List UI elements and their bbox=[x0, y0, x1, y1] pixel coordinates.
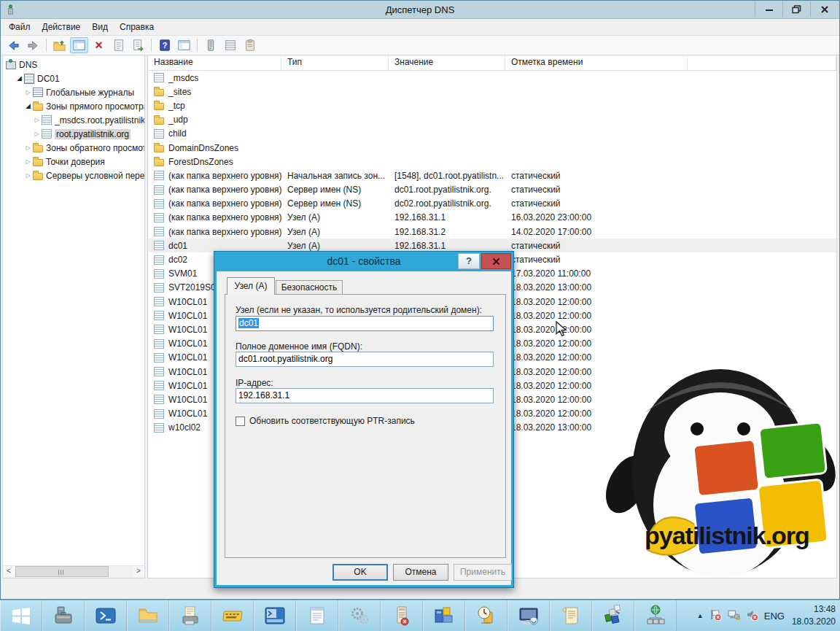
server-manager-icon[interactable] bbox=[42, 600, 85, 631]
event-scroll-icon[interactable] bbox=[550, 600, 592, 631]
tab-page: Узел (если не указан, то используется ро… bbox=[225, 294, 506, 558]
tree-item-серверы-условной-пересылки[interactable]: ▷Серверы условной пересылки bbox=[3, 169, 144, 182]
column-header-4[interactable]: Отметка времени bbox=[505, 55, 688, 70]
menu-item-Файл[interactable]: Файл bbox=[3, 20, 36, 34]
ip-input[interactable]: 192.168.31.1 bbox=[236, 388, 494, 403]
horizontal-scrollbar[interactable]: < > bbox=[3, 565, 144, 578]
dialog-body: Узел (A) Безопасность Узел (если не указ… bbox=[217, 271, 511, 585]
tray-expand-icon[interactable]: ▲ bbox=[697, 612, 704, 619]
table-row[interactable]: _udp bbox=[148, 113, 836, 127]
table-row[interactable]: (как папка верхнего уровня)Сервер имен (… bbox=[148, 197, 836, 211]
table-row[interactable]: (как папка верхнего уровня)Начальная зап… bbox=[148, 169, 836, 182]
table-row[interactable]: _msdcs bbox=[148, 71, 836, 85]
restore-icon[interactable] bbox=[782, 1, 810, 17]
table-row[interactable]: child bbox=[148, 127, 836, 141]
menu-item-Вид[interactable]: Вид bbox=[86, 20, 114, 34]
table-row[interactable]: (как папка верхнего уровня)Узел (A)192.1… bbox=[148, 225, 836, 239]
services-gears-icon[interactable] bbox=[338, 600, 381, 631]
start-button[interactable] bbox=[0, 600, 42, 631]
table-row[interactable]: (как папка верхнего уровня)Сервер имен (… bbox=[148, 183, 836, 197]
tab-security[interactable]: Безопасность bbox=[276, 280, 343, 295]
scrollbar-track[interactable] bbox=[15, 566, 133, 578]
tray-clock[interactable]: 13:48 18.03.2020 bbox=[792, 603, 836, 628]
language-indicator[interactable]: ENG bbox=[764, 611, 785, 622]
scroll-left-icon[interactable]: < bbox=[3, 566, 15, 577]
properties-doc-icon[interactable] bbox=[109, 37, 128, 53]
forward-arrow-icon[interactable] bbox=[24, 37, 42, 53]
menu-item-Действие[interactable]: Действие bbox=[36, 20, 87, 34]
record-icon bbox=[154, 409, 164, 419]
tree: DNS◢DC01▷Глобальные журналы◢Зоны прямого… bbox=[3, 55, 144, 182]
tree-item-dns[interactable]: DNS bbox=[3, 58, 144, 71]
table-row[interactable]: _sites bbox=[148, 85, 836, 98]
expand-arrow-icon[interactable]: ▷ bbox=[32, 131, 42, 137]
delete-icon[interactable]: × bbox=[90, 37, 108, 53]
minimize-icon[interactable] bbox=[755, 1, 782, 17]
back-arrow-icon[interactable] bbox=[4, 37, 23, 53]
record-icon bbox=[154, 269, 164, 279]
scrollbar-thumb[interactable] bbox=[15, 566, 109, 577]
system-tray: ▲ ENG 13:48 18.03.2020 bbox=[697, 600, 838, 631]
file-explorer-icon[interactable] bbox=[127, 600, 169, 631]
tab-host-a[interactable]: Узел (A) bbox=[227, 277, 275, 295]
fqdn-input[interactable]: dc01.root.pyatilistnik.org bbox=[236, 352, 494, 367]
dialog-help-icon[interactable]: ? bbox=[458, 253, 480, 269]
cancel-button[interactable]: Отмена bbox=[393, 564, 448, 581]
toolbar-separator bbox=[151, 39, 152, 52]
powershell-icon[interactable] bbox=[85, 600, 127, 631]
ok-button[interactable]: OK bbox=[332, 564, 388, 581]
network-globe-icon[interactable] bbox=[634, 600, 677, 631]
dialog-close-icon[interactable] bbox=[481, 253, 511, 269]
volume-muted-icon[interactable] bbox=[746, 608, 758, 624]
ptr-checkbox[interactable] bbox=[236, 417, 245, 426]
notification-flag-icon[interactable] bbox=[709, 608, 722, 624]
help-icon[interactable]: ? bbox=[155, 37, 174, 53]
print-management-icon[interactable] bbox=[169, 600, 211, 631]
title-bar[interactable]: Диспетчер DNS bbox=[1, 1, 839, 19]
tree-item-глобальные-журналы[interactable]: ▷Глобальные журналы bbox=[3, 85, 144, 99]
tree-item-_msdcs.root.pyatilistnik.org[interactable]: ▷_msdcs.root.pyatilistnik.org bbox=[3, 113, 144, 127]
tree-item-точки-доверия[interactable]: ▷Точки доверия bbox=[3, 155, 144, 169]
notepad-icon[interactable] bbox=[296, 600, 338, 631]
host-input[interactable]: dc01 bbox=[236, 316, 494, 331]
tree-item-зоны-прямого-просмотра[interactable]: ◢Зоны прямого просмотра bbox=[3, 99, 144, 113]
scroll-right-icon[interactable]: > bbox=[133, 566, 144, 577]
tree-item-dc01[interactable]: ◢DC01 bbox=[3, 71, 144, 85]
show-console-tree-icon[interactable] bbox=[70, 37, 88, 53]
menu-item-Справка[interactable]: Справка bbox=[114, 20, 160, 34]
record-icon bbox=[154, 367, 164, 376]
keyboard-icon[interactable] bbox=[211, 600, 254, 631]
up-level-folder-icon[interactable] bbox=[50, 37, 69, 53]
table-row[interactable]: ForestDnsZones bbox=[148, 155, 836, 169]
task-scheduler-icon[interactable] bbox=[465, 600, 508, 631]
tree-item-root.pyatilistnik.org[interactable]: ▷root.pyatilistnik.org bbox=[3, 127, 144, 141]
expand-arrow-icon[interactable]: ▷ bbox=[23, 159, 33, 165]
expand-arrow-icon[interactable]: ▷ bbox=[32, 117, 42, 123]
components-icon[interactable] bbox=[423, 600, 465, 631]
expand-arrow-icon[interactable]: ▷ bbox=[23, 173, 33, 179]
computer-icon[interactable] bbox=[508, 600, 550, 631]
tree-item-зоны-обратного-просмотра[interactable]: ▷Зоны обратного просмотра bbox=[3, 141, 144, 155]
column-header-3[interactable]: Значение bbox=[389, 55, 505, 70]
record-list-icon[interactable] bbox=[221, 37, 239, 53]
expand-arrow-icon[interactable]: ▷ bbox=[23, 145, 33, 151]
close-icon[interactable] bbox=[810, 1, 838, 17]
apply-button[interactable]: Применить bbox=[454, 564, 512, 581]
expand-arrow-icon[interactable]: ▷ bbox=[23, 90, 33, 96]
dc01-properties-dialog[interactable]: dc01 - свойства ? Узел (A) Безопасность … bbox=[214, 251, 514, 588]
table-row[interactable]: _tcp bbox=[148, 98, 836, 112]
table-row[interactable]: (как папка верхнего уровня)Узел (A)192.1… bbox=[148, 211, 836, 225]
server-column-icon[interactable] bbox=[201, 37, 219, 53]
column-header-1[interactable]: Название bbox=[148, 55, 281, 70]
collapse-arrow-icon[interactable]: ◢ bbox=[23, 103, 33, 109]
new-window-icon[interactable] bbox=[175, 37, 193, 53]
export-list-icon[interactable] bbox=[129, 37, 147, 53]
powershell-ise-icon[interactable] bbox=[254, 600, 296, 631]
table-row[interactable]: DomainDnsZones bbox=[148, 141, 836, 155]
collapse-arrow-icon[interactable]: ◢ bbox=[15, 75, 24, 82]
tools-cluster-icon[interactable] bbox=[592, 600, 634, 631]
column-header-2[interactable]: Тип bbox=[281, 55, 389, 70]
device-alert-icon[interactable] bbox=[381, 600, 423, 631]
network-status-icon[interactable] bbox=[728, 608, 740, 624]
copy-properties-icon[interactable] bbox=[241, 37, 259, 53]
